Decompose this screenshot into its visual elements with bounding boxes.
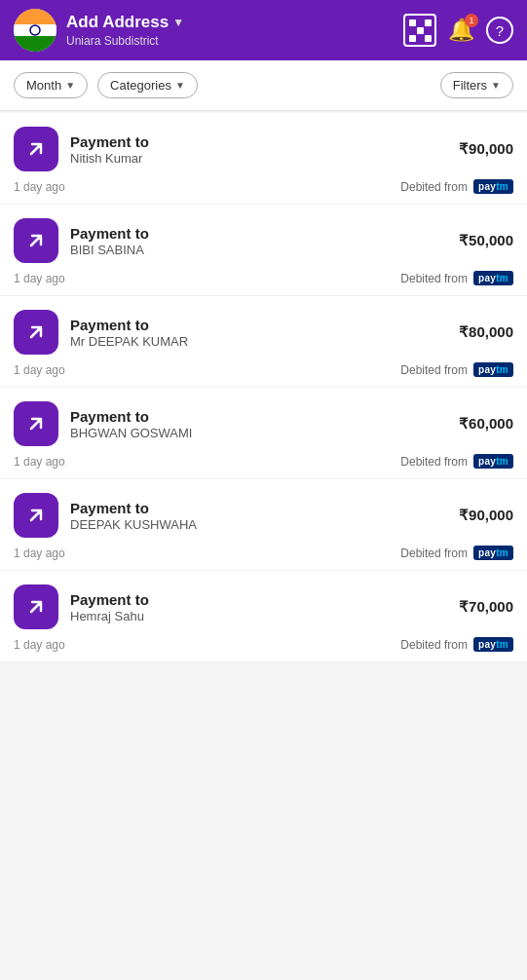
paytm-tm: tm	[496, 456, 508, 467]
txn-debit-info: Debited from paytm	[400, 179, 513, 194]
qr-button[interactable]	[403, 14, 436, 47]
month-label: Month	[26, 78, 61, 93]
debit-label: Debited from	[400, 547, 468, 560]
txn-label: Payment to	[70, 408, 459, 425]
paytm-tm: tm	[496, 273, 508, 283]
txn-top: Payment to Mr DEEPAK KUMAR ₹80,000	[14, 310, 513, 355]
paytm-logo: paytm	[473, 637, 513, 652]
paytm-pay: pay	[478, 181, 496, 192]
txn-recipient-name: BIBI SABINA	[70, 243, 459, 257]
txn-amount: ₹80,000	[459, 323, 513, 341]
txn-debit-info: Debited from paytm	[400, 637, 513, 652]
dropdown-arrow-icon[interactable]: ▼	[172, 16, 184, 29]
header-text: Add Address ▼ Uniara Subdistrict	[66, 13, 403, 48]
txn-time: 1 day ago	[14, 272, 65, 285]
transaction-item[interactable]: Payment to DEEPAK KUSHWAHA ₹90,000 1 day…	[0, 479, 527, 571]
txn-time: 1 day ago	[14, 180, 65, 194]
debit-label: Debited from	[400, 638, 468, 652]
transaction-list: Payment to Nitish Kumar ₹90,000 1 day ag…	[0, 113, 527, 662]
txn-debit-info: Debited from paytm	[400, 271, 513, 285]
paytm-pay: pay	[478, 273, 496, 283]
payment-icon	[14, 493, 58, 538]
txn-label: Payment to	[70, 591, 459, 608]
help-button[interactable]: ?	[486, 17, 513, 44]
paytm-tm: tm	[496, 547, 508, 558]
paytm-logo: paytm	[473, 454, 513, 469]
txn-amount: ₹50,000	[459, 232, 513, 249]
title-text: Add Address	[66, 13, 169, 32]
paytm-tm: tm	[496, 639, 508, 650]
txn-debit-info: Debited from paytm	[400, 362, 513, 377]
notification-badge: 1	[465, 14, 478, 27]
txn-amount: ₹70,000	[459, 598, 513, 616]
txn-label: Payment to	[70, 133, 459, 150]
txn-bottom: 1 day ago Debited from paytm	[14, 171, 513, 204]
paytm-pay: pay	[478, 547, 496, 558]
paytm-logo: paytm	[473, 546, 513, 560]
payment-icon	[14, 401, 58, 446]
txn-time: 1 day ago	[14, 363, 65, 377]
txn-top: Payment to BIBI SABINA ₹50,000	[14, 218, 513, 263]
header-subtitle: Uniara Subdistrict	[66, 34, 403, 48]
svg-rect-2	[14, 24, 56, 36]
paytm-pay: pay	[478, 639, 496, 650]
filter-bar: Month ▼ Categories ▼ Filters ▼	[0, 60, 527, 111]
transaction-item[interactable]: Payment to Hemraj Sahu ₹70,000 1 day ago…	[0, 571, 527, 662]
txn-top: Payment to BHGWAN GOSWAMI ₹60,000	[14, 401, 513, 446]
header-icons: 🔔 1 ?	[403, 14, 513, 47]
txn-recipient-name: Hemraj Sahu	[70, 609, 459, 623]
debit-label: Debited from	[400, 455, 468, 469]
payment-icon	[14, 310, 58, 355]
txn-top: Payment to Nitish Kumar ₹90,000	[14, 127, 513, 171]
txn-bottom: 1 day ago Debited from paytm	[14, 263, 513, 295]
payment-icon	[14, 127, 58, 171]
paytm-tm: tm	[496, 364, 508, 375]
transaction-item[interactable]: Payment to BIBI SABINA ₹50,000 1 day ago…	[0, 205, 527, 296]
paytm-logo: paytm	[473, 179, 513, 194]
txn-label: Payment to	[70, 500, 459, 516]
transaction-item[interactable]: Payment to Mr DEEPAK KUMAR ₹80,000 1 day…	[0, 296, 527, 388]
txn-bottom: 1 day ago Debited from paytm	[14, 446, 513, 478]
avatar	[14, 9, 56, 52]
paytm-pay: pay	[478, 364, 496, 375]
categories-label: Categories	[110, 78, 171, 93]
header-title: Add Address ▼	[66, 13, 403, 32]
txn-time: 1 day ago	[14, 638, 65, 652]
txn-bottom: 1 day ago Debited from paytm	[14, 355, 513, 387]
help-icon: ?	[486, 17, 513, 44]
payment-icon	[14, 584, 58, 629]
txn-time: 1 day ago	[14, 455, 65, 469]
txn-recipient-name: BHGWAN GOSWAMI	[70, 426, 459, 440]
qr-icon	[409, 19, 432, 42]
paytm-logo: paytm	[473, 271, 513, 285]
txn-recipient-name: Nitish Kumar	[70, 151, 459, 166]
txn-amount: ₹60,000	[459, 415, 513, 433]
categories-filter[interactable]: Categories ▼	[97, 72, 198, 98]
txn-bottom: 1 day ago Debited from paytm	[14, 629, 513, 661]
txn-details: Payment to BIBI SABINA	[70, 225, 459, 257]
filters-label: Filters	[453, 78, 487, 93]
txn-amount: ₹90,000	[459, 507, 513, 524]
debit-label: Debited from	[400, 180, 468, 194]
txn-top: Payment to Hemraj Sahu ₹70,000	[14, 584, 513, 629]
paytm-tm: tm	[496, 181, 508, 192]
txn-details: Payment to Mr DEEPAK KUMAR	[70, 317, 459, 349]
payment-icon	[14, 218, 58, 263]
categories-dropdown-icon: ▼	[175, 80, 185, 91]
paytm-logo: paytm	[473, 362, 513, 377]
debit-label: Debited from	[400, 363, 468, 377]
txn-top: Payment to DEEPAK KUSHWAHA ₹90,000	[14, 493, 513, 538]
txn-debit-info: Debited from paytm	[400, 546, 513, 560]
filters-button[interactable]: Filters ▼	[440, 72, 513, 98]
month-dropdown-icon: ▼	[65, 80, 75, 91]
txn-bottom: 1 day ago Debited from paytm	[14, 538, 513, 570]
txn-recipient-name: DEEPAK KUSHWAHA	[70, 517, 459, 532]
txn-label: Payment to	[70, 225, 459, 242]
txn-label: Payment to	[70, 317, 459, 333]
txn-details: Payment to BHGWAN GOSWAMI	[70, 408, 459, 440]
txn-details: Payment to Nitish Kumar	[70, 133, 459, 166]
transaction-item[interactable]: Payment to Nitish Kumar ₹90,000 1 day ag…	[0, 113, 527, 205]
notification-button[interactable]: 🔔 1	[448, 18, 474, 43]
month-filter[interactable]: Month ▼	[14, 72, 88, 98]
transaction-item[interactable]: Payment to BHGWAN GOSWAMI ₹60,000 1 day …	[0, 388, 527, 479]
